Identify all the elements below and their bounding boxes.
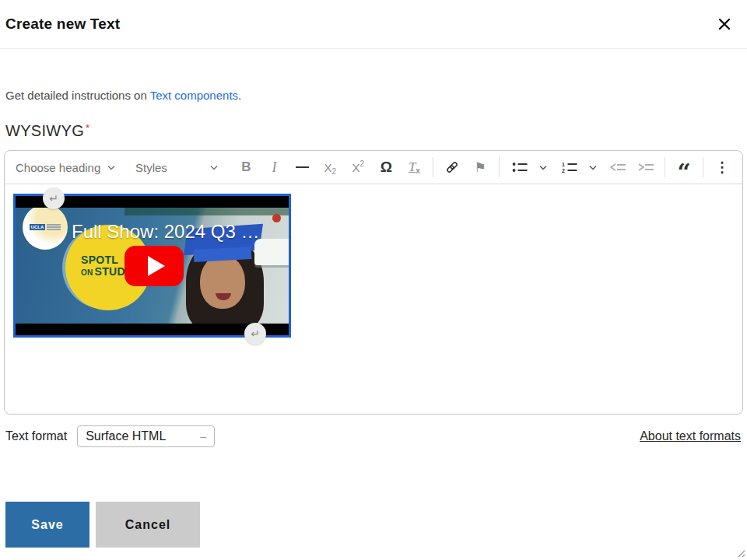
remove-format-button[interactable]: Tx [402,155,426,180]
youtube-play-button[interactable] [124,246,184,286]
subscript-mark: 2 [332,167,337,176]
spotlight-on: ON [81,268,93,277]
bulleted-list-options-button[interactable] [536,155,550,180]
outdent-icon [610,161,626,173]
flag-button[interactable]: ⚑ [468,155,492,180]
wysiwyg-editor: Choose heading Styles B I [4,150,743,415]
dialog-title: Create new Text [5,16,120,33]
create-text-dialog: Create new Text Get detailed instruction… [0,0,747,560]
return-arrow-icon: ↵ [49,192,58,205]
more-options-button[interactable]: ⋮ [710,155,734,180]
dialog-header: Create new Text [0,0,747,49]
dialog-actions: Save Cancel [5,502,747,548]
superscript-mark: 2 [360,159,365,168]
toolbar-divider [703,157,703,177]
horizontal-line-icon [296,166,309,168]
subscript-button[interactable]: X2 [318,155,342,180]
toolbar-divider [665,157,665,177]
blockquote-button[interactable]: “ [672,155,696,180]
close-icon [717,17,731,31]
video-thumbnail: SPOTL ONSTUD UCLA Full Show: 2024 Q3 … [16,208,289,324]
more-options-icon: ⋮ [715,159,729,176]
special-characters-button[interactable]: Ω [374,155,398,180]
editor-content-area[interactable]: SPOTL ONSTUD UCLA Full Show: 2024 Q3 … [5,184,742,414]
text-format-select[interactable]: Surface HTML – [77,425,215,447]
cancel-button[interactable]: Cancel [96,502,200,548]
text-format-label: Text format [5,429,67,443]
chevron-down-icon [589,165,597,170]
heading-dropdown[interactable]: Choose heading [16,161,115,174]
stop-sign-illustration [272,214,281,222]
subscript-icon: X [324,161,332,174]
logo-text-lines [47,224,61,230]
omega-icon: Ω [381,159,392,176]
blockquote-icon: “ [677,169,690,177]
instructions-prefix: Get detailed instructions on [5,89,150,102]
svg-text:1: 1 [562,162,565,167]
resize-grip-icon[interactable] [736,548,745,558]
numbered-list-options-button[interactable] [586,155,600,180]
chevron-down-icon [539,165,547,170]
thumbnail-background-detail [124,208,289,215]
play-triangle-icon [148,256,165,276]
return-arrow-icon: ↵ [251,327,260,340]
numbered-list-button[interactable]: 1 2 [558,155,581,180]
spotlight-overlay-text: SPOTL ONSTUD [81,254,125,278]
person-face [200,254,245,309]
wysiwyg-field-label: WYSIWYG* [5,122,742,140]
car-illustration [254,239,289,265]
text-format-row: Text format Surface HTML – About text fo… [5,425,741,447]
chevron-down-icon [210,165,218,170]
toolbar-divider [499,157,500,177]
text-format-value: Surface HTML [86,429,166,443]
instructions-suffix: . [238,89,241,102]
save-button[interactable]: Save [5,502,89,548]
flag-icon: ⚑ [475,159,486,176]
styles-dropdown-label: Styles [135,161,167,174]
bold-icon: B [241,159,251,175]
numbered-list-icon: 1 2 [562,161,577,173]
indent-button[interactable] [634,155,658,180]
indent-icon [638,161,654,173]
link-icon [444,159,460,175]
about-text-formats-link[interactable]: About text formats [640,429,741,443]
heading-dropdown-label: Choose heading [16,161,100,174]
remove-format-mark: x [416,166,420,175]
editor-toolbar: Choose heading Styles B I [5,151,742,184]
spotlight-line2: STUD [95,265,125,278]
bulleted-list-icon [512,161,528,173]
outdent-button[interactable] [606,155,630,180]
italic-icon: I [272,159,276,176]
close-button[interactable] [713,12,736,36]
chevron-down-icon [107,165,115,170]
spotlight-line1: SPOTL [81,254,125,266]
styles-dropdown[interactable]: Styles [135,161,218,174]
insert-paragraph-before-handle[interactable]: ↵ [43,187,65,209]
svg-text:2: 2 [562,168,565,173]
field-label-text: WYSIWYG [5,122,84,139]
ucla-logo: UCLA [30,224,46,230]
bulleted-list-button[interactable] [508,155,531,180]
horizontal-line-button[interactable] [290,155,314,180]
bold-button[interactable]: B [234,155,258,180]
superscript-icon: X [352,161,360,174]
text-components-link[interactable]: Text components [150,89,238,102]
superscript-button[interactable]: X2 [346,155,370,180]
embedded-video-widget[interactable]: SPOTL ONSTUD UCLA Full Show: 2024 Q3 … [13,194,291,338]
select-indicator-icon: – [200,430,206,443]
italic-button[interactable]: I [262,155,286,180]
channel-logo-badge: UCLA [23,208,68,250]
required-marker: * [86,122,89,134]
toolbar-divider [433,157,433,177]
video-title: Full Show: 2024 Q3 … [72,221,259,243]
link-button[interactable] [440,155,464,180]
instructions-text: Get detailed instructions on Text compon… [5,89,742,102]
insert-paragraph-after-handle[interactable]: ↵ [244,323,266,345]
remove-format-icon: T [409,159,416,175]
